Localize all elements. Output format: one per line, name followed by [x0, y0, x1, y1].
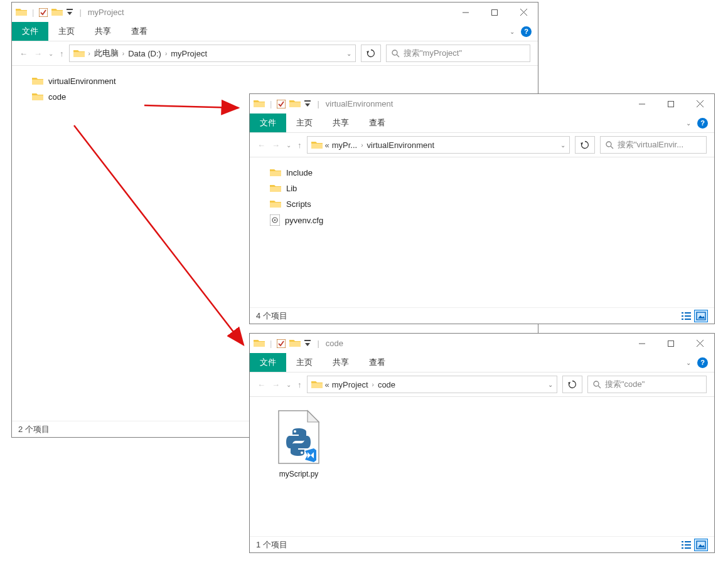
- svg-point-26: [606, 142, 611, 147]
- search-input[interactable]: 搜索"code": [587, 376, 707, 393]
- nav-history-dropdown[interactable]: ⌄: [286, 142, 291, 149]
- titlebar[interactable]: | | myProject: [12, 3, 538, 22]
- list-item[interactable]: virtualEnvironment: [31, 73, 519, 89]
- address-bar[interactable]: « myProject › code ⌄: [307, 376, 558, 393]
- help-button[interactable]: ?: [521, 26, 532, 37]
- titlebar[interactable]: | | virtualEnvironment: [250, 94, 714, 113]
- address-dropdown-icon[interactable]: ⌄: [346, 50, 351, 57]
- search-input[interactable]: 搜索"myProject": [386, 45, 530, 62]
- maximize-button[interactable]: [656, 334, 685, 353]
- view-details-button[interactable]: [679, 539, 693, 551]
- breadcrumb-item[interactable]: code: [378, 380, 395, 389]
- checkbox-icon[interactable]: [39, 8, 48, 17]
- nav-forward-button[interactable]: →: [272, 140, 280, 150]
- qat-dropdown-icon[interactable]: [304, 100, 311, 107]
- svg-line-20: [397, 55, 399, 57]
- nav-back-button[interactable]: ←: [19, 49, 28, 58]
- nav-up-button[interactable]: ↑: [60, 49, 64, 58]
- window-title: virtualEnvironment: [326, 99, 393, 108]
- breadcrumb-item[interactable]: myProject: [332, 380, 368, 389]
- qat-dropdown-icon[interactable]: [304, 340, 311, 347]
- breadcrumb-item[interactable]: virtualEnvironment: [367, 140, 435, 150]
- list-item[interactable]: myScript.py: [269, 409, 329, 478]
- minimize-button[interactable]: [451, 3, 480, 22]
- list-item[interactable]: Include: [269, 165, 695, 181]
- address-dropdown-icon[interactable]: ⌄: [560, 142, 565, 149]
- search-input[interactable]: 搜索"virtualEnvir...: [600, 136, 707, 154]
- maximize-button[interactable]: [656, 95, 685, 113]
- ribbon-expand-icon[interactable]: ⌄: [510, 28, 515, 35]
- nav-back-button[interactable]: ←: [257, 380, 265, 389]
- titlebar[interactable]: | | code: [250, 334, 714, 353]
- help-button[interactable]: ?: [697, 118, 708, 129]
- breadcrumb-item[interactable]: 此电脑: [94, 48, 119, 59]
- view-details-button[interactable]: [679, 310, 693, 322]
- search-placeholder: 搜索"myProject": [404, 48, 462, 59]
- list-item[interactable]: Lib: [269, 181, 695, 196]
- breadcrumb-item[interactable]: Data (D:): [128, 49, 161, 58]
- ribbon: 文件 主页 共享 查看 ⌄ ?: [12, 22, 538, 41]
- nav-up-button[interactable]: ↑: [297, 380, 302, 389]
- address-bar[interactable]: › 此电脑 › Data (D:) › myProject ⌄: [69, 45, 356, 62]
- search-icon: [392, 50, 400, 58]
- minimize-button[interactable]: [628, 95, 656, 113]
- search-placeholder: 搜索"code": [605, 379, 645, 390]
- nav-history-dropdown[interactable]: ⌄: [48, 50, 53, 57]
- breadcrumb-sep: ›: [88, 50, 90, 57]
- breadcrumb-sep: ›: [122, 50, 124, 57]
- qat-separator: |: [270, 99, 272, 108]
- ribbon-tab-file[interactable]: 文件: [250, 113, 286, 132]
- ribbon: 文件 主页 共享 查看 ⌄ ?: [250, 113, 714, 133]
- ribbon-tab-home[interactable]: 主页: [286, 113, 323, 132]
- refresh-button[interactable]: [575, 136, 595, 154]
- address-dropdown-icon[interactable]: ⌄: [548, 381, 553, 388]
- qat-dropdown-icon[interactable]: [67, 9, 73, 16]
- checkbox-icon[interactable]: [277, 339, 286, 348]
- svg-rect-22: [668, 101, 674, 107]
- statusbar: 4 个项目: [250, 307, 714, 324]
- nav-history-dropdown[interactable]: ⌄: [286, 381, 291, 388]
- ribbon-tab-view[interactable]: 查看: [121, 22, 158, 41]
- breadcrumb-sep: ›: [361, 142, 363, 149]
- ribbon-tab-share[interactable]: 共享: [323, 113, 359, 132]
- item-name: myScript.py: [269, 470, 329, 478]
- breadcrumb-prefix[interactable]: «: [325, 140, 329, 150]
- refresh-button[interactable]: [562, 376, 582, 393]
- view-icons-button[interactable]: [694, 310, 708, 322]
- ribbon-tab-view[interactable]: 查看: [359, 353, 395, 372]
- nav-back-button[interactable]: ←: [257, 140, 265, 150]
- breadcrumb-item[interactable]: myPr...: [332, 140, 357, 150]
- ribbon-expand-icon[interactable]: ⌄: [686, 120, 691, 127]
- ribbon-tab-share[interactable]: 共享: [323, 353, 359, 372]
- ribbon-tab-view[interactable]: 查看: [359, 113, 395, 132]
- refresh-button[interactable]: [361, 45, 381, 62]
- file-list[interactable]: Include Lib Scripts pyvenv.cfg: [250, 157, 714, 307]
- minimize-button[interactable]: [628, 334, 656, 353]
- list-item[interactable]: Scripts: [269, 196, 695, 212]
- address-bar[interactable]: « myPr... › virtualEnvironment ⌄: [307, 136, 570, 154]
- file-list[interactable]: myScript.py: [250, 397, 714, 536]
- nav-up-button[interactable]: ↑: [297, 140, 302, 150]
- list-item[interactable]: pyvenv.cfg: [269, 212, 695, 228]
- close-button[interactable]: [685, 334, 714, 353]
- nav-toolbar: ← → ⌄ ↑ › 此电脑 › Data (D:) › myProject ⌄ …: [12, 41, 538, 66]
- ribbon-tab-file[interactable]: 文件: [250, 353, 286, 372]
- breadcrumb-item[interactable]: myProject: [171, 49, 207, 58]
- folder-icon: [270, 183, 281, 194]
- breadcrumb-prefix[interactable]: «: [325, 380, 329, 389]
- folder-icon: [270, 199, 281, 209]
- close-button[interactable]: [509, 3, 538, 22]
- maximize-button[interactable]: [480, 3, 509, 22]
- breadcrumb-sep: ›: [372, 381, 374, 388]
- close-button[interactable]: [685, 95, 714, 113]
- help-button[interactable]: ?: [697, 357, 708, 368]
- checkbox-icon[interactable]: [277, 100, 286, 108]
- nav-forward-button[interactable]: →: [34, 49, 42, 58]
- ribbon-expand-icon[interactable]: ⌄: [686, 359, 691, 366]
- view-icons-button[interactable]: [694, 539, 708, 551]
- ribbon-tab-home[interactable]: 主页: [286, 353, 323, 372]
- ribbon-tab-share[interactable]: 共享: [85, 22, 121, 41]
- ribbon-tab-home[interactable]: 主页: [48, 22, 85, 41]
- nav-forward-button[interactable]: →: [272, 380, 280, 389]
- ribbon-tab-file[interactable]: 文件: [12, 22, 48, 41]
